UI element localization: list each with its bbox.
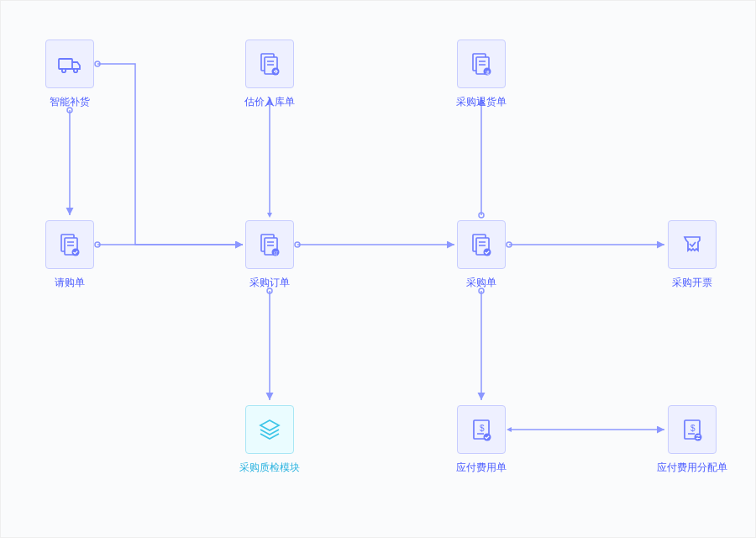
doc-swap-icon: $	[668, 405, 717, 454]
svg-text:订: 订	[274, 251, 278, 256]
node-purchase-return[interactable]: 退 采购退货单	[444, 40, 519, 109]
node-qc-module[interactable]: 采购质检模块	[232, 405, 307, 475]
layers-icon	[245, 405, 294, 454]
node-payable-alloc[interactable]: $ 应付费用分配单	[654, 405, 730, 475]
node-label: 智能补货	[50, 95, 90, 109]
node-purchase-order[interactable]: 订 采购订单	[232, 220, 307, 290]
doc-check-icon	[457, 220, 506, 269]
svg-text:退: 退	[486, 70, 490, 75]
node-smart-restock[interactable]: 智能补货	[32, 40, 108, 109]
node-label: 估价入库单	[244, 95, 295, 109]
svg-rect-20	[59, 59, 72, 69]
doc-return-icon: 退	[457, 40, 506, 88]
doc-money-icon: $	[457, 405, 506, 454]
node-label: 采购质检模块	[239, 461, 300, 475]
node-purchase-bill[interactable]: 采购单	[444, 220, 519, 290]
svg-point-13	[479, 213, 484, 218]
svg-point-21	[62, 69, 66, 72]
svg-point-57	[695, 434, 702, 441]
node-label: 采购退货单	[456, 95, 507, 109]
doc-order-icon: 订	[245, 220, 294, 269]
connector-lines	[1, 1, 756, 538]
svg-marker-7	[267, 213, 272, 218]
node-label: 采购订单	[249, 276, 290, 290]
truck-icon	[45, 40, 94, 88]
node-label: 应付费用分配单	[657, 461, 727, 475]
svg-text:$: $	[690, 424, 696, 433]
node-payable-fee[interactable]: $ 应付费用单	[444, 405, 519, 475]
node-label: 应付费用单	[456, 461, 507, 475]
invoice-icon	[668, 220, 717, 269]
node-label: 请购单	[55, 276, 85, 290]
doc-arrow-icon	[245, 40, 294, 88]
svg-point-22	[74, 69, 77, 72]
node-purchase-req[interactable]: 请购单	[32, 220, 108, 290]
svg-text:$: $	[480, 424, 485, 433]
doc-check-icon	[45, 220, 94, 269]
node-label: 采购开票	[672, 276, 712, 290]
node-label: 采购单	[466, 276, 496, 290]
node-valuation-in[interactable]: 估价入库单	[232, 40, 307, 109]
node-purchase-invoice[interactable]: 采购开票	[654, 220, 730, 290]
